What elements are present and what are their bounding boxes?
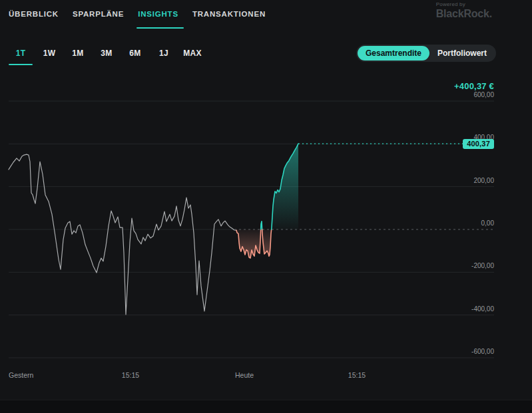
y-tick-label: 0,00 [481,219,494,227]
x-tick-label: 15:15 [104,371,157,380]
y-tick-label: -200,00 [471,262,494,270]
y-tick-label: 600,00 [473,91,494,99]
y-tick-label: -600,00 [471,348,494,356]
x-tick-label: 15:15 [330,371,384,380]
y-tick-label: -400,00 [471,305,494,313]
performance-chart [0,0,532,413]
y-tick-label: 200,00 [473,177,494,185]
current-value-badge: 400,37 [463,139,494,149]
x-tick-label: Gestern [9,371,33,380]
series-gestern-line [9,154,236,315]
x-tick-label: Heute [218,371,271,380]
footer-strip [0,400,532,413]
